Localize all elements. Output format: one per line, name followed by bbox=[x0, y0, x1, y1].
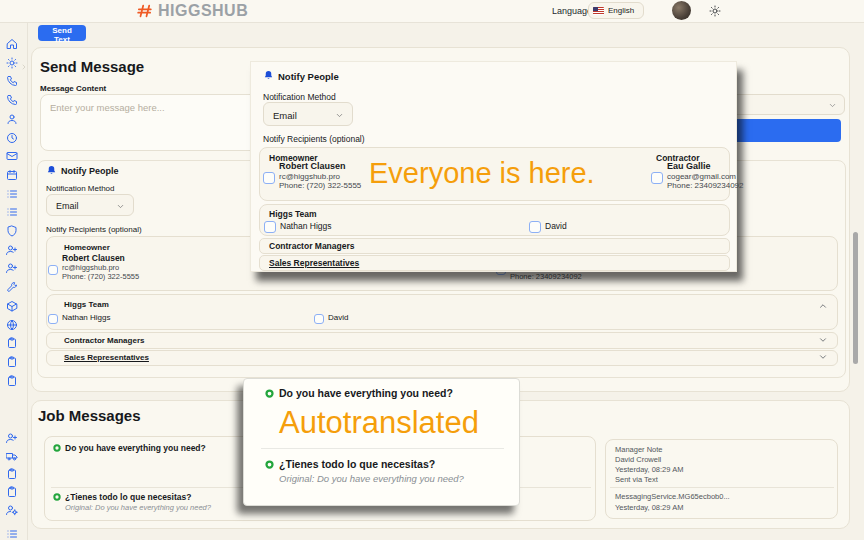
homeowner-phone: Phone: (720) 322-5555 bbox=[279, 181, 361, 190]
overlay-divider bbox=[261, 448, 504, 449]
sidebar-clipboard-icon[interactable] bbox=[6, 486, 18, 498]
brand-name: HIGGSHUB bbox=[158, 2, 248, 20]
autotranslated-overlay: Do you have everything you need? Autotra… bbox=[243, 378, 520, 506]
send-text-button[interactable]: Send Text bbox=[38, 25, 86, 41]
sidebar-home-icon[interactable] bbox=[6, 38, 18, 50]
notify-recipients-label: Notify Recipients (optional) bbox=[46, 225, 142, 234]
bell-icon bbox=[263, 70, 274, 81]
contractor-checkbox[interactable] bbox=[651, 172, 663, 184]
meta-timestamp-2: Yesterday, 08:29 AM bbox=[615, 503, 683, 512]
nathan-higgs-label: Nathan Higgs bbox=[280, 221, 332, 231]
sidebar-expand-handle-icon[interactable] bbox=[20, 63, 28, 71]
nathan-higgs-label: Nathan Higgs bbox=[62, 313, 110, 322]
chevron-down-icon bbox=[828, 101, 837, 110]
sidebar-person-gear-icon[interactable] bbox=[6, 504, 18, 516]
autotranslated-callout: Autotranslated bbox=[279, 405, 479, 441]
david-checkbox[interactable] bbox=[529, 221, 541, 233]
sidebar-person-icon[interactable] bbox=[6, 113, 18, 125]
sidebar-list-icon[interactable] bbox=[6, 528, 18, 540]
contractor-email: cogear@gmail.com bbox=[667, 172, 736, 181]
meta-divider bbox=[610, 487, 834, 488]
higgs-team-accordion[interactable] bbox=[46, 294, 838, 330]
david-checkbox[interactable] bbox=[314, 314, 324, 324]
notify-people-overlay: Notify People Notification Method Email … bbox=[250, 61, 737, 272]
contractor-phone: Phone: 23409234092 bbox=[510, 272, 582, 281]
chevron-down-icon bbox=[116, 202, 125, 211]
app-header: HIGGSHUB Language: English bbox=[0, 0, 864, 23]
sidebar-clipboard-icon[interactable] bbox=[6, 468, 18, 480]
contractor-phone: Phone: 23409234092 bbox=[667, 181, 744, 190]
meta-manager-note: Manager Note bbox=[615, 445, 663, 454]
sidebar-truck-icon[interactable] bbox=[6, 450, 18, 462]
vertical-scrollbar[interactable] bbox=[853, 232, 858, 364]
sidebar-clock-icon[interactable] bbox=[6, 132, 18, 144]
theme-toggle-sun-icon[interactable] bbox=[709, 5, 721, 17]
higgs-team-header: Higgs Team bbox=[64, 300, 109, 309]
sidebar-calendar-icon[interactable] bbox=[6, 169, 18, 181]
sidebar-person-plus-icon[interactable] bbox=[6, 432, 18, 444]
meta-timestamp: Yesterday, 08:29 AM bbox=[615, 465, 683, 474]
homeowner-email: rc@higgshub.pro bbox=[279, 172, 340, 181]
message-content-label: Message Content bbox=[40, 84, 106, 93]
sidebar-globe-icon[interactable] bbox=[6, 319, 18, 331]
homeowner-checkbox[interactable] bbox=[263, 172, 275, 184]
message-2-text: ¿Tienes todo lo que necesitas? bbox=[279, 458, 435, 470]
homeowner-email: rc@higgshub.pro bbox=[62, 263, 119, 272]
contractor-managers-accordion[interactable] bbox=[46, 332, 838, 349]
homeowner-phone: Phone: (720) 322-5555 bbox=[62, 272, 139, 281]
higgs-team-header: Higgs Team bbox=[269, 209, 317, 219]
chevron-down-icon[interactable] bbox=[818, 335, 828, 345]
everyone-is-here-callout: Everyone is here. bbox=[369, 157, 595, 190]
sidebar-sun-icon[interactable] bbox=[6, 57, 18, 69]
notify-recipients-label: Notify Recipients (optional) bbox=[263, 134, 365, 144]
user-avatar[interactable] bbox=[672, 1, 691, 20]
david-label: David bbox=[328, 313, 348, 322]
sidebar-clipboard-icon[interactable] bbox=[6, 375, 18, 387]
contractor-managers-header: Contractor Managers bbox=[269, 241, 355, 251]
homeowner-name: Robert Clausen bbox=[62, 253, 125, 263]
chevron-down-icon[interactable] bbox=[818, 352, 828, 362]
sidebar-clipboard-icon[interactable] bbox=[6, 356, 18, 368]
message-meta-card: Manager Note David Crowell Yesterday, 08… bbox=[605, 439, 838, 519]
higgs-team-accordion[interactable] bbox=[259, 204, 730, 236]
sidebar-shield-icon[interactable] bbox=[6, 225, 18, 237]
message-status-icon bbox=[265, 389, 274, 398]
homeowner-name: Robert Clausen bbox=[279, 161, 346, 171]
notify-people-title: Notify People bbox=[278, 71, 339, 82]
chevron-up-icon[interactable] bbox=[818, 301, 828, 311]
sidebar-list-icon[interactable] bbox=[6, 206, 18, 218]
message-2-original: Original: Do you have everything you nee… bbox=[65, 503, 211, 512]
sales-representatives-accordion[interactable] bbox=[46, 350, 838, 366]
sidebar-wrench-icon[interactable] bbox=[6, 281, 18, 293]
sidebar-clipboard-icon[interactable] bbox=[6, 337, 18, 349]
message-status-icon bbox=[53, 444, 61, 452]
nathan-higgs-checkbox[interactable] bbox=[264, 221, 276, 233]
message-2-text: ¿Tienes todo lo que necesitas? bbox=[65, 492, 191, 502]
higgshub-logo-icon bbox=[136, 3, 153, 19]
meta-author: David Crowell bbox=[615, 455, 661, 464]
chevron-down-icon bbox=[335, 111, 344, 120]
homeowner-checkbox[interactable] bbox=[48, 265, 58, 275]
sidebar-phone-icon[interactable] bbox=[6, 75, 18, 87]
sidebar-mail-icon[interactable] bbox=[6, 150, 18, 162]
sidebar-person-plus-icon[interactable] bbox=[6, 244, 18, 256]
sales-representatives-header: Sales Representatives bbox=[269, 258, 359, 268]
message-status-icon bbox=[265, 460, 274, 469]
notification-method-value: Email bbox=[56, 201, 79, 211]
notification-method-select[interactable]: Email bbox=[263, 102, 353, 126]
nathan-higgs-checkbox[interactable] bbox=[48, 314, 58, 324]
message-2-original: Original: Do you have everything you nee… bbox=[279, 473, 464, 484]
chevron-down-icon bbox=[638, 7, 639, 15]
us-flag-icon bbox=[593, 7, 604, 15]
notification-method-select[interactable]: Email bbox=[46, 194, 134, 216]
notification-method-value: Email bbox=[273, 110, 297, 121]
language-select[interactable]: English bbox=[588, 2, 644, 19]
sidebar bbox=[0, 22, 28, 540]
david-label: David bbox=[545, 221, 567, 231]
sidebar-person-plus-icon[interactable] bbox=[6, 262, 18, 274]
sidebar-box-icon[interactable] bbox=[6, 300, 18, 312]
contractor-managers-header: Contractor Managers bbox=[64, 336, 144, 345]
sidebar-list-icon[interactable] bbox=[6, 188, 18, 200]
app-root: HIGGSHUB Language: English Send Text Sen… bbox=[0, 0, 864, 540]
sidebar-phone-icon[interactable] bbox=[6, 94, 18, 106]
